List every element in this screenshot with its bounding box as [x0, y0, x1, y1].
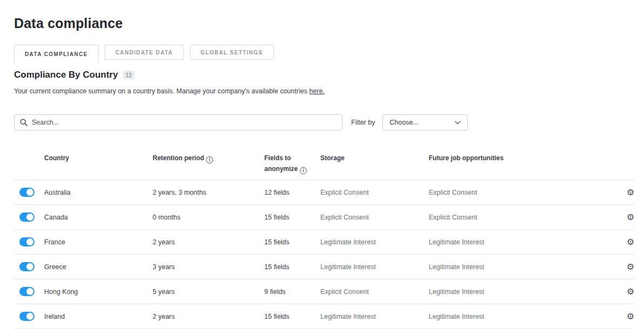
column-header-future: Future job opportunities [429, 153, 622, 163]
table-row: Canada 0 months 15 fields Explicit Conse… [14, 205, 634, 230]
actions-cell: ⚙ [622, 213, 634, 222]
table-row: Hong Kong 5 years 9 fields Explicit Cons… [14, 279, 634, 304]
country-name: Australia [44, 189, 153, 196]
table-row: Ireland 2 years 15 fields Legitimate Int… [14, 304, 634, 329]
table-header-row: Country Retention periodi Fields to anon… [14, 153, 634, 180]
storage-value: Explicit Consent [320, 189, 429, 196]
toggle-cell [14, 188, 44, 197]
tab-bar: DATA COMPLIANCECANDIDATE DATAGLOBAL SETT… [14, 45, 634, 63]
gear-icon[interactable]: ⚙ [622, 312, 634, 321]
compliance-table: Country Retention periodi Fields to anon… [14, 153, 634, 329]
retention-period-value: 2 years [153, 238, 264, 246]
controls-row: Filter by Choose... [14, 114, 634, 131]
toggle-knob [26, 263, 33, 270]
toggle-knob [26, 313, 33, 320]
country-name: Ireland [44, 313, 153, 320]
table-body: Australia 2 years, 3 months 12 fields Ex… [14, 180, 634, 329]
storage-value: Explicit Consent [320, 214, 429, 221]
retention-period-value: 5 years [153, 288, 264, 296]
section-header: Compliance By Country 12 [14, 70, 634, 80]
actions-cell: ⚙ [622, 188, 634, 197]
info-icon[interactable]: i [300, 167, 307, 174]
country-name: Hong Kong [44, 288, 153, 296]
retention-period-value: 3 years [153, 263, 264, 271]
tab-global-settings[interactable]: GLOBAL SETTINGS [190, 45, 274, 60]
fields-to-anonymize-value: 12 fields [264, 189, 320, 196]
section-description: Your current compliance summary on a cou… [14, 87, 634, 95]
toggle-cell [14, 287, 44, 296]
toggle-cell [14, 237, 44, 246]
future-job-opportunities-value: Legitimate Interest [429, 263, 622, 271]
country-toggle[interactable] [19, 237, 35, 246]
filter-by-label: Filter by [351, 119, 375, 126]
future-job-opportunities-value: Explicit Consent [429, 214, 622, 221]
future-job-opportunities-value: Legitimate Interest [429, 313, 622, 320]
retention-period-value: 0 months [153, 214, 264, 221]
tab-candidate-data[interactable]: CANDIDATE DATA [105, 45, 184, 60]
country-name: Canada [44, 214, 153, 221]
filter-select[interactable]: Choose... [382, 114, 468, 131]
search-icon [20, 119, 28, 126]
manage-countries-link[interactable]: here. [309, 87, 325, 95]
chevron-down-icon [455, 121, 461, 125]
storage-value: Legitimate Interest [320, 263, 429, 271]
column-header-country: Country [44, 153, 153, 163]
country-toggle[interactable] [19, 262, 35, 271]
storage-value: Legitimate Interest [320, 238, 429, 246]
country-toggle[interactable] [19, 188, 35, 197]
fields-to-anonymize-value: 15 fields [264, 238, 320, 246]
fields-to-anonymize-value: 15 fields [264, 313, 320, 320]
country-toggle[interactable] [19, 213, 35, 222]
search-input[interactable] [14, 114, 342, 131]
retention-period-value: 2 years [153, 313, 264, 320]
section-heading: Compliance By Country [14, 70, 118, 80]
future-job-opportunities-value: Legitimate Interest [429, 238, 622, 246]
toggle-cell [14, 213, 44, 222]
toggle-knob [26, 238, 33, 245]
country-toggle[interactable] [19, 312, 35, 321]
gear-icon[interactable]: ⚙ [622, 238, 634, 246]
country-name: France [44, 238, 153, 246]
toggle-cell [14, 262, 44, 271]
data-compliance-page: Data compliance DATA COMPLIANCECANDIDATE… [0, 14, 644, 329]
gear-icon[interactable]: ⚙ [622, 287, 634, 296]
search-box [14, 114, 342, 131]
actions-cell: ⚙ [622, 263, 634, 271]
column-header-fields: Fields to anonymizei [264, 153, 320, 174]
fields-to-anonymize-value: 15 fields [264, 214, 320, 221]
storage-value: Explicit Consent [320, 288, 429, 296]
filter-select-value: Choose... [389, 119, 419, 126]
column-header-storage: Storage [320, 153, 429, 163]
page-title: Data compliance [14, 14, 634, 32]
gear-icon[interactable]: ⚙ [622, 213, 634, 222]
table-row: France 2 years 15 fields Legitimate Inte… [14, 230, 634, 255]
column-header-retention: Retention periodi [153, 153, 264, 163]
retention-period-value: 2 years, 3 months [153, 189, 264, 196]
actions-cell: ⚙ [622, 312, 634, 321]
info-icon[interactable]: i [206, 156, 213, 163]
actions-cell: ⚙ [622, 238, 634, 246]
future-job-opportunities-value: Explicit Consent [429, 189, 622, 196]
country-toggle[interactable] [19, 287, 35, 296]
count-badge: 12 [123, 71, 135, 80]
table-row: Greece 3 years 15 fields Legitimate Inte… [14, 255, 634, 279]
toggle-knob [26, 288, 33, 295]
gear-icon[interactable]: ⚙ [622, 188, 634, 197]
description-text: Your current compliance summary on a cou… [14, 87, 309, 95]
fields-to-anonymize-value: 9 fields [264, 288, 320, 296]
country-name: Greece [44, 263, 153, 271]
actions-cell: ⚙ [622, 287, 634, 296]
future-job-opportunities-value: Legitimate Interest [429, 288, 622, 296]
fields-to-anonymize-value: 15 fields [264, 263, 320, 271]
toggle-knob [26, 189, 33, 196]
table-row: Australia 2 years, 3 months 12 fields Ex… [14, 180, 634, 205]
toggle-cell [14, 312, 44, 321]
gear-icon[interactable]: ⚙ [622, 263, 634, 271]
storage-value: Legitimate Interest [320, 313, 429, 320]
toggle-knob [26, 214, 33, 221]
tab-data-compliance[interactable]: DATA COMPLIANCE [14, 45, 99, 63]
